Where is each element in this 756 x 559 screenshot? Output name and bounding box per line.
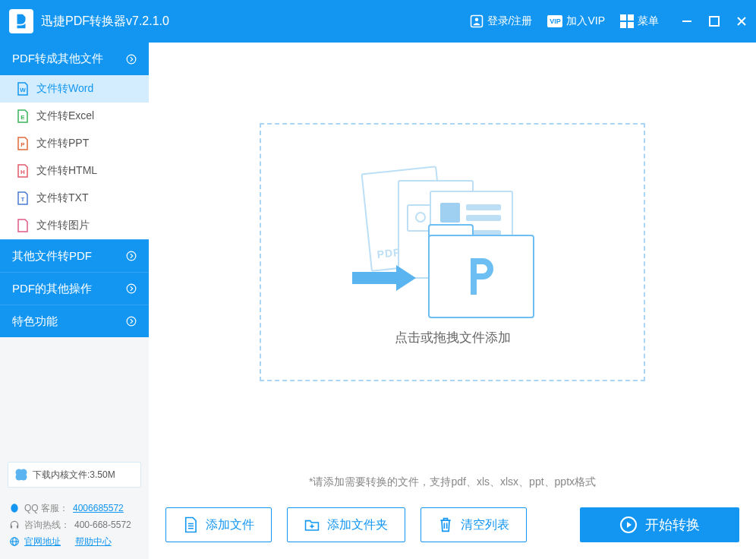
support-panel: QQ 客服： 4006685572 咨询热线： 400-668-5572 官网地… [0,494,149,559]
file-type-icon [17,219,29,232]
file-type-icon: T [17,191,29,205]
drop-illustration: PDF [361,159,543,311]
sidebar-item[interactable]: 文件转图片 [0,212,149,239]
svg-text:P: P [20,141,25,148]
close-button[interactable] [736,16,747,27]
clear-list-button[interactable]: 清空列表 [421,507,527,542]
sidebar-section-special[interactable]: 特色功能 [0,305,149,337]
svg-rect-3 [710,17,719,26]
svg-rect-21 [17,526,18,529]
sidebar-item[interactable]: H文件转HTML [0,157,149,185]
menu-button[interactable]: 菜单 [620,14,659,28]
menu-icon [620,14,634,28]
trash-icon [438,516,453,533]
svg-point-12 [127,251,136,261]
add-file-button[interactable]: 添加文件 [165,507,272,542]
svg-rect-20 [11,526,12,529]
start-convert-button[interactable]: 开始转换 [580,507,739,542]
minimize-button[interactable] [682,16,692,27]
svg-text:H: H [20,169,25,175]
hint-text: *请添加需要转换的文件，支持pdf、xls、xlsx、ppt、pptx格式 [149,462,756,494]
sidebar-item[interactable]: E文件转Excel [0,103,149,130]
qq-link[interactable]: 4006685572 [73,500,124,516]
main-area: PDF 点击或拖拽文件添加 [149,43,756,559]
maximize-button[interactable] [709,16,720,27]
chevron-right-icon [126,54,137,65]
file-icon [183,516,198,533]
drop-label: 点击或拖拽文件添加 [395,329,511,346]
chevron-right-icon [126,316,137,327]
sidebar-section-pdf-ops[interactable]: PDF的其他操作 [0,272,149,305]
svg-point-14 [127,317,136,326]
app-title: 迅捷PDF转换器v7.2.1.0 [41,14,169,30]
play-icon [619,516,638,534]
help-link[interactable]: 帮助中心 [75,533,112,550]
file-type-icon: H [17,164,29,178]
chevron-right-icon [126,251,137,261]
svg-point-6 [127,55,136,64]
chevron-right-icon [126,283,137,294]
download-kernel-row[interactable]: 下载内核文件:3.50M [8,462,141,488]
sidebar-section-other-to-pdf[interactable]: 其他文件转PDF [0,239,149,272]
file-type-icon: W [17,82,29,96]
drop-zone[interactable]: PDF 点击或拖拽文件添加 [260,123,645,381]
globe-icon [9,536,20,547]
svg-text:T: T [21,196,25,203]
svg-text:E: E [20,114,25,121]
bottom-bar: 添加文件 添加文件夹 清空列表 开始转换 [149,494,756,559]
site-link[interactable]: 官网地址 [24,533,61,550]
sidebar: PDF转成其他文件 W文件转WordE文件转ExcelP文件转PPTH文件转HT… [0,43,149,559]
file-type-icon: E [17,109,29,123]
sidebar-item[interactable]: T文件转TXT [0,185,149,212]
login-button[interactable]: 登录/注册 [470,14,533,28]
titlebar: 迅捷PDF转换器v7.2.1.0 登录/注册 VIP 加入VIP 菜单 [0,0,756,43]
sidebar-item[interactable]: P文件转PPT [0,130,149,157]
sidebar-section-pdf-to-other[interactable]: PDF转成其他文件 [0,43,149,75]
user-icon [470,14,484,28]
add-folder-button[interactable]: 添加文件夹 [287,507,405,542]
folder-plus-icon [304,516,320,533]
file-type-icon: P [17,137,29,150]
sidebar-item[interactable]: W文件转Word [0,75,149,103]
download-icon [14,468,28,482]
app-logo [9,9,33,33]
svg-text:W: W [20,87,26,93]
svg-point-1 [474,18,478,22]
svg-point-13 [127,284,136,293]
headset-icon [9,520,20,530]
vip-icon: VIP [547,15,562,27]
qq-icon [9,503,20,513]
svg-point-18 [20,474,27,481]
vip-button[interactable]: VIP 加入VIP [547,14,605,28]
svg-point-19 [11,504,17,513]
